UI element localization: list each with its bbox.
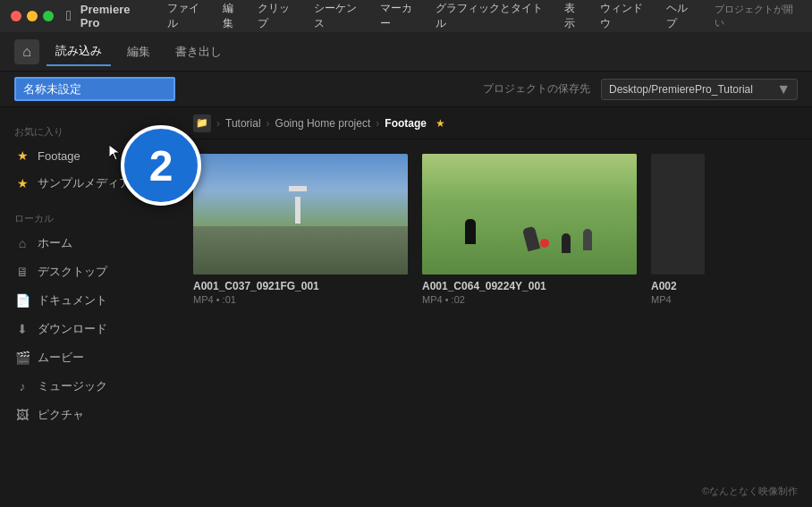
folder-icon[interactable]: 📁 bbox=[193, 114, 211, 132]
thumbnail-meta-2: MP4 • :02 bbox=[422, 294, 637, 305]
menu-file[interactable]: ファイル bbox=[167, 1, 208, 31]
sidebar-item-pictures-label: ピクチャ bbox=[38, 407, 84, 423]
menu-bar: ファイル 編集 クリップ シーケンス マーカー グラフィックとタイトル 表示 ウ… bbox=[167, 1, 698, 31]
tab-export[interactable]: 書き出し bbox=[166, 38, 231, 65]
sidebar-item-music[interactable]: ♪ ミュージック bbox=[0, 372, 179, 401]
content-area: 📁 › Tutorial › Going Home project › Foot… bbox=[179, 107, 812, 507]
close-button[interactable] bbox=[11, 11, 21, 21]
watermark: ©なんとなく映像制作 bbox=[702, 485, 798, 498]
sidebar-item-documents[interactable]: 📄 ドキュメント bbox=[0, 286, 179, 315]
thumbnail-image-3 bbox=[651, 154, 705, 275]
thumbnail-meta-1: MP4 • :01 bbox=[193, 294, 408, 305]
menu-edit[interactable]: 編集 bbox=[223, 1, 243, 31]
sidebar-item-music-label: ミュージック bbox=[38, 378, 107, 394]
sidebar-item-home-label: ホーム bbox=[38, 235, 72, 251]
breadcrumb-sep-2: › bbox=[266, 117, 270, 130]
save-location-dropdown-wrapper: Desktop/PremierePro_Tutorial ▼ bbox=[601, 79, 798, 100]
step2-badge: 2 bbox=[121, 125, 201, 206]
document-icon: 📄 bbox=[14, 293, 30, 308]
thumbnail-meta-3: MP4 bbox=[651, 294, 705, 305]
apple-logo-icon:  bbox=[66, 8, 72, 24]
project-name-input[interactable] bbox=[14, 77, 175, 101]
menu-graphics[interactable]: グラフィックとタイトル bbox=[436, 1, 550, 31]
thumbnail-item-1[interactable]: A001_C037_0921FG_001 MP4 • :01 bbox=[193, 154, 408, 305]
star-icon-2: ★ bbox=[14, 176, 30, 190]
save-location-dropdown[interactable]: Desktop/PremierePro_Tutorial bbox=[601, 79, 798, 100]
breadcrumb-going-home[interactable]: Going Home project bbox=[275, 117, 371, 130]
desktop-icon: 🖥 bbox=[14, 265, 30, 279]
menu-marker[interactable]: マーカー bbox=[380, 1, 421, 31]
home-button[interactable]: ⌂ bbox=[14, 39, 39, 64]
thumbnail-grid: A001_C037_0921FG_001 MP4 • :01 bbox=[179, 139, 812, 507]
music-icon: ♪ bbox=[14, 379, 30, 393]
breadcrumb: 📁 › Tutorial › Going Home project › Foot… bbox=[179, 107, 812, 139]
menu-help[interactable]: ヘルプ bbox=[666, 1, 698, 31]
local-section-label: ローカル bbox=[0, 205, 179, 229]
titlebar:  Premiere Pro ファイル 編集 クリップ シーケンス マーカー グ… bbox=[0, 0, 812, 32]
thumbnail-item-2[interactable]: A001_C064_09224Y_001 MP4 • :02 bbox=[422, 154, 637, 305]
pictures-icon: 🖼 bbox=[14, 408, 30, 422]
sidebar-item-sample-label: サンプルメディア bbox=[38, 175, 131, 191]
sidebar-item-downloads[interactable]: ⬇ ダウンロード bbox=[0, 315, 179, 343]
step2-label: 2 bbox=[149, 141, 173, 190]
sidebar-item-movies[interactable]: 🎬 ムービー bbox=[0, 343, 179, 372]
toolbar: ⌂ 読み込み 編集 書き出し bbox=[0, 32, 812, 72]
home-icon: ⌂ bbox=[22, 44, 31, 60]
thumbnail-label-2: A001_C064_09224Y_001 bbox=[422, 280, 637, 292]
minimize-button[interactable] bbox=[27, 11, 38, 21]
thumbnail-item-3[interactable]: A002 MP4 bbox=[651, 154, 705, 305]
menu-sequence[interactable]: シーケンス bbox=[314, 1, 366, 31]
star-icon: ★ bbox=[14, 148, 30, 163]
traffic-lights bbox=[11, 11, 54, 21]
home-sidebar-icon: ⌂ bbox=[14, 236, 30, 250]
project-open-status: プロジェクトが開い bbox=[715, 3, 801, 30]
sidebar-item-desktop-label: デスクトップ bbox=[38, 264, 107, 280]
tab-edit[interactable]: 編集 bbox=[118, 38, 159, 65]
download-icon: ⬇ bbox=[14, 322, 30, 336]
breadcrumb-sep-3: › bbox=[376, 117, 379, 130]
thumbnail-image-1 bbox=[193, 154, 408, 275]
breadcrumb-footage: Footage bbox=[385, 117, 427, 130]
menu-window[interactable]: ウィンドウ bbox=[600, 1, 652, 31]
menu-view[interactable]: 表示 bbox=[564, 1, 585, 31]
app-name: Premiere Pro bbox=[80, 3, 151, 30]
sidebar-item-documents-label: ドキュメント bbox=[38, 292, 107, 308]
breadcrumb-sep-1: › bbox=[216, 117, 220, 130]
thumbnail-image-2 bbox=[422, 154, 637, 275]
project-bar: プロジェクト名 プロジェクトの保存先 Desktop/PremierePro_T… bbox=[0, 72, 812, 107]
save-location-label: プロジェクトの保存先 bbox=[483, 81, 590, 97]
sidebar-item-footage-label: Footage bbox=[38, 149, 80, 163]
sidebar-item-movies-label: ムービー bbox=[38, 350, 84, 366]
sidebar-item-desktop[interactable]: 🖥 デスクトップ bbox=[0, 258, 179, 286]
breadcrumb-star-icon[interactable]: ★ bbox=[436, 117, 445, 130]
menu-clip[interactable]: クリップ bbox=[258, 1, 299, 31]
sidebar-item-pictures[interactable]: 🖼 ピクチャ bbox=[0, 401, 179, 429]
tab-import[interactable]: 読み込み bbox=[47, 38, 111, 66]
thumbnail-label-3: A002 bbox=[651, 280, 705, 292]
maximize-button[interactable] bbox=[43, 11, 54, 21]
sidebar-item-home[interactable]: ⌂ ホーム bbox=[0, 229, 179, 258]
breadcrumb-tutorial[interactable]: Tutorial bbox=[225, 117, 261, 130]
sidebar-item-downloads-label: ダウンロード bbox=[38, 321, 107, 337]
movies-icon: 🎬 bbox=[14, 351, 30, 365]
thumbnail-label-1: A001_C037_0921FG_001 bbox=[193, 280, 408, 292]
